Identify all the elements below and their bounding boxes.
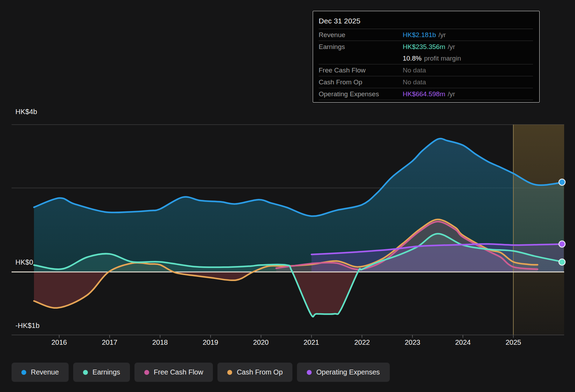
legend-revenue-label: Revenue: [31, 368, 59, 376]
legend-item-earnings[interactable]: Earnings: [73, 363, 130, 382]
chart-page: HK$4b HK$0 -HK$1b 2016 2017 2018 2019 20…: [0, 0, 575, 392]
tooltip-earnings-label: Earnings: [319, 43, 403, 51]
legend-cashop-label: Cash From Op: [237, 368, 283, 376]
operating-expenses-dot-icon: [307, 370, 312, 375]
x-axis-label-2016: 2016: [51, 338, 67, 346]
x-axis-label-2023: 2023: [405, 338, 421, 346]
tooltip-fcf-value: No data: [403, 66, 426, 74]
y-axis-label-neg1b: -HK$1b: [15, 322, 40, 330]
tooltip-row-profit-margin: 10.8%profit margin: [319, 52, 533, 64]
tooltip-earnings-suffix: /yr: [448, 43, 455, 51]
tooltip-revenue-suffix: /yr: [438, 31, 446, 39]
tooltip-date: Dec 31 2025: [319, 15, 533, 29]
tooltip-margin-suffix: profit margin: [424, 55, 461, 62]
tooltip-cashop-value: No data: [403, 78, 426, 86]
earnings-dot-icon: [83, 370, 88, 375]
tooltip-revenue-value: HK$2.181b: [403, 31, 436, 39]
hover-tooltip: Dec 31 2025 Revenue HK$2.181b/yr Earning…: [313, 11, 540, 103]
x-axis-label-2017: 2017: [102, 338, 118, 346]
x-axis-label-2024: 2024: [455, 338, 471, 346]
tooltip-fcf-label: Free Cash Flow: [319, 66, 403, 74]
tooltip-row-earnings: Earnings HK$235.356m/yr: [319, 41, 533, 52]
tooltip-opex-label: Operating Expenses: [319, 90, 403, 98]
legend-earnings-label: Earnings: [92, 368, 120, 376]
legend-opex-label: Operating Expenses: [316, 368, 380, 376]
tooltip-opex-suffix: /yr: [448, 90, 455, 98]
chart-legend: Revenue Earnings Free Cash Flow Cash Fro…: [12, 363, 390, 382]
revenue-dot-icon: [21, 370, 26, 375]
tooltip-cashop-label: Cash From Op: [319, 78, 403, 86]
legend-fcf-label: Free Cash Flow: [154, 368, 203, 376]
tooltip-row-fcf: Free Cash Flow No data: [319, 64, 533, 76]
tooltip-earnings-value: HK$235.356m: [403, 43, 445, 51]
legend-item-revenue[interactable]: Revenue: [12, 363, 69, 382]
x-axis-label-2021: 2021: [304, 338, 319, 346]
x-axis-label-2020: 2020: [253, 338, 269, 346]
legend-item-free-cash-flow[interactable]: Free Cash Flow: [134, 363, 213, 382]
tooltip-row-revenue: Revenue HK$2.181b/yr: [319, 29, 533, 41]
x-axis-label-2018: 2018: [152, 338, 168, 346]
legend-item-cash-from-op[interactable]: Cash From Op: [217, 363, 292, 382]
tooltip-revenue-label: Revenue: [319, 31, 403, 39]
legend-item-operating-expenses[interactable]: Operating Expenses: [297, 363, 389, 382]
free-cash-flow-dot-icon: [144, 370, 149, 375]
x-axis-label-2022: 2022: [354, 338, 370, 346]
tooltip-row-cashop: Cash From Op No data: [319, 76, 533, 88]
y-axis-label-0: HK$0: [15, 258, 33, 266]
x-axis-label-2019: 2019: [203, 338, 219, 346]
tooltip-opex-value: HK$664.598m: [403, 90, 445, 98]
x-axis-label-2025: 2025: [506, 338, 521, 346]
y-axis-label-4b: HK$4b: [15, 108, 37, 116]
tooltip-margin-value: 10.8%: [403, 55, 422, 62]
tooltip-row-opex: Operating Expenses HK$664.598m/yr: [319, 88, 533, 100]
cash-from-op-dot-icon: [227, 370, 232, 375]
